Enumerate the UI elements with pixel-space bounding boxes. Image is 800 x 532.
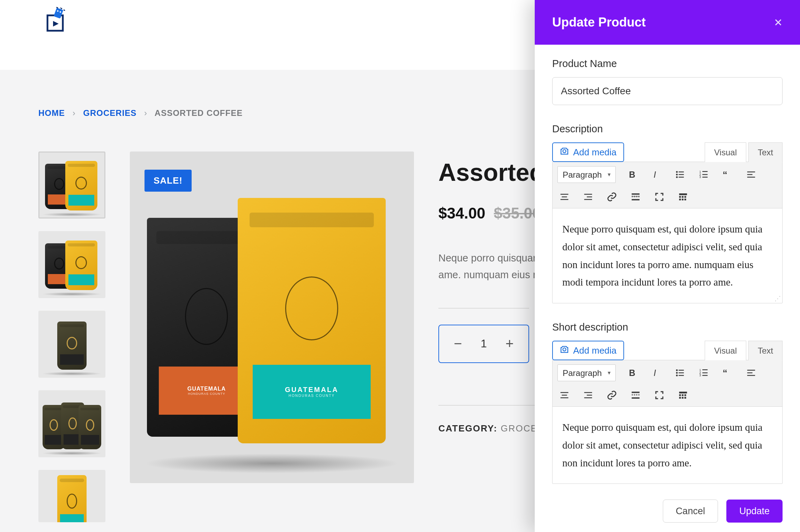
close-icon: ✕ [774, 17, 783, 28]
toolbar-toggle-button[interactable] [676, 190, 690, 204]
panel-title: Update Product [552, 15, 646, 30]
italic-button[interactable]: I [649, 168, 663, 182]
svg-rect-71 [682, 394, 683, 396]
svg-rect-11 [679, 174, 684, 175]
product-name-input[interactable] [552, 77, 783, 105]
svg-rect-2 [54, 8, 64, 19]
svg-rect-25 [562, 197, 567, 198]
close-button[interactable]: ✕ [774, 16, 783, 29]
thumbnail[interactable] [38, 470, 105, 522]
thumbnail[interactable] [38, 390, 105, 457]
svg-rect-29 [584, 199, 592, 200]
bold-button[interactable]: B [625, 366, 639, 380]
thumbnail[interactable] [38, 152, 105, 219]
numbered-list-button[interactable]: 123 [697, 366, 711, 380]
numbered-list-button[interactable]: 123 [697, 168, 711, 182]
svg-rect-19 [702, 177, 708, 178]
media-icon [560, 345, 569, 356]
svg-rect-27 [584, 194, 592, 195]
chevron-right-icon: › [73, 108, 76, 118]
align-left-button[interactable] [744, 366, 758, 380]
breadcrumb-home[interactable]: HOME [38, 108, 65, 118]
add-media-button[interactable]: Add media [552, 142, 624, 162]
blockquote-button[interactable]: “ [720, 168, 734, 182]
italic-button[interactable]: I [649, 366, 663, 380]
divider [438, 308, 529, 309]
svg-rect-23 [747, 177, 755, 178]
svg-text:“: “ [723, 368, 727, 378]
panel-header: Update Product ✕ [535, 0, 800, 45]
site-logo [45, 7, 66, 33]
svg-rect-28 [587, 197, 592, 198]
thumbnail[interactable] [38, 311, 105, 378]
svg-rect-75 [684, 397, 686, 399]
align-right-button[interactable] [581, 190, 595, 204]
quantity-increment[interactable]: + [501, 336, 518, 352]
align-right-button[interactable] [581, 388, 595, 402]
editor-toolbar: Paragraph B I 123 “ [553, 360, 782, 407]
format-select[interactable]: Paragraph [557, 166, 616, 183]
svg-rect-38 [679, 199, 681, 200]
product-main-image[interactable]: GUATEMALAHONDURAS COUNTY GUATEMALAHONDUR… [130, 152, 414, 483]
svg-rect-55 [702, 375, 708, 376]
svg-rect-61 [562, 395, 567, 396]
align-center-button[interactable] [557, 388, 571, 402]
bullet-list-button[interactable] [673, 168, 687, 182]
breadcrumb-category[interactable]: GROCERIES [83, 108, 136, 118]
editor-tab-text[interactable]: Text [748, 142, 783, 162]
quantity-decrement[interactable]: − [450, 336, 466, 352]
fullscreen-button[interactable] [652, 388, 666, 402]
svg-text:I: I [654, 368, 656, 378]
svg-text:I: I [654, 170, 656, 179]
svg-rect-9 [679, 171, 684, 172]
svg-rect-37 [684, 196, 686, 198]
svg-text:3: 3 [699, 175, 701, 179]
svg-point-46 [676, 372, 678, 374]
svg-rect-45 [679, 370, 684, 371]
toolbar-toggle-button[interactable] [676, 388, 690, 402]
blockquote-button[interactable]: “ [720, 366, 734, 380]
update-button[interactable]: Update [726, 500, 783, 523]
svg-rect-73 [679, 397, 681, 399]
svg-point-41 [563, 348, 566, 351]
editor-tab-visual[interactable]: Visual [705, 142, 746, 162]
media-icon [560, 147, 569, 158]
link-button[interactable] [605, 190, 619, 204]
update-product-panel: Update Product ✕ Product Name Descriptio… [535, 0, 800, 532]
read-more-button[interactable] [629, 388, 643, 402]
short-description-textarea[interactable]: Neque porro quisquam est, qui dolore ips… [553, 407, 782, 483]
svg-point-12 [676, 176, 678, 178]
description-label: Description [552, 123, 783, 135]
svg-rect-22 [747, 174, 753, 175]
read-more-button[interactable] [629, 190, 643, 204]
editor-tab-text[interactable]: Text [748, 341, 783, 360]
sale-badge: SALE! [145, 170, 192, 192]
fullscreen-button[interactable] [652, 190, 666, 204]
bullet-list-button[interactable] [673, 366, 687, 380]
svg-rect-62 [561, 397, 569, 398]
quantity-value: 1 [481, 337, 487, 350]
category-label: CATEGORY: [438, 423, 497, 434]
cancel-button[interactable]: Cancel [663, 500, 718, 523]
description-textarea[interactable]: Neque porro quisquam est, qui dolore ips… [553, 208, 782, 303]
thumbnail[interactable] [38, 231, 105, 298]
product-name-label: Product Name [552, 58, 783, 69]
bold-button[interactable]: B [625, 168, 639, 182]
svg-rect-13 [679, 177, 684, 178]
editor-tab-visual[interactable]: Visual [705, 341, 746, 360]
svg-rect-21 [747, 171, 755, 172]
add-media-button[interactable]: Add media [552, 341, 624, 360]
svg-rect-57 [747, 370, 755, 371]
svg-text:“: “ [723, 169, 727, 180]
quantity-stepper[interactable]: − 1 + [438, 325, 529, 363]
svg-rect-30 [632, 193, 640, 195]
short-description-label: Short description [552, 322, 783, 333]
svg-rect-68 [632, 397, 640, 399]
format-select[interactable]: Paragraph [557, 364, 616, 381]
svg-rect-15 [702, 171, 708, 172]
align-center-button[interactable] [557, 190, 571, 204]
link-button[interactable] [605, 388, 619, 402]
svg-point-5 [563, 149, 566, 153]
svg-point-8 [676, 171, 678, 173]
align-left-button[interactable] [744, 168, 758, 182]
